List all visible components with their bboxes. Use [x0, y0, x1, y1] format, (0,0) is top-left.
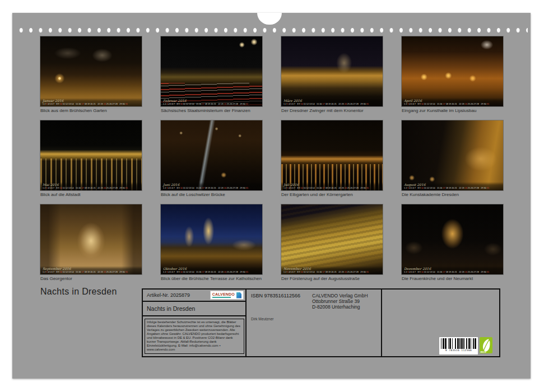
svg-text:eco: eco [481, 350, 487, 353]
mini-calendar-strip: Januar 2016 1234567891011121314151617181… [40, 98, 142, 107]
article-number-row: Artikel-Nr. 2025879 CALVENDO [143, 290, 245, 302]
calvendo-logo: CALVENDO [210, 291, 244, 300]
month-thumbnail: September 2016 1234567891011121314151617… [40, 204, 142, 282]
month-thumbnail-grid: Januar 2016 1234567891011121314151617181… [40, 36, 503, 282]
mini-calendar-month-label: Dezember 2016 [404, 267, 501, 270]
publisher-city: D-82008 Unterhaching [312, 304, 368, 310]
mini-calendar-day-numbers: 1234567891011121314151617181920212223242… [283, 271, 380, 274]
mini-calendar-strip: April 2016 12345678910111213141516171819… [402, 98, 503, 107]
photo-caption: Der Dresdner Zwinger mit dem Kronentor [281, 108, 383, 114]
month-photo: Januar 2016 1234567891011121314151617181… [40, 36, 142, 106]
mini-calendar-strip: März 2016 123456789101112131415161718192… [281, 98, 383, 107]
month-photo: Februar 2016 123456789101112131415161718… [161, 36, 262, 106]
month-photo: Dezember 2016 12345678910111213141516171… [402, 204, 503, 274]
month-photo: Juni 2016 123456789101112131415161718192… [161, 120, 262, 190]
photographer-name: Dirk Meutzner [251, 317, 381, 321]
mini-calendar-strip: Mai 2016 1234567891011121314151617181920… [40, 182, 142, 191]
mini-calendar-strip: August 2016 1234567891011121314151617181… [402, 182, 503, 191]
mini-calendar-month-label: August 2016 [404, 183, 501, 186]
photo-caption: Der Fürstenzug auf der Augustusstraße [281, 276, 383, 282]
mini-calendar-month-label: November 2016 [283, 267, 380, 270]
mini-calendar-day-numbers: 1234567891011121314151617181920212223242… [404, 187, 501, 190]
photo-caption: Blick über die Brühlsche Terrasse zur Ka… [161, 276, 262, 282]
calendar-title: Nachts in Dresden [40, 287, 117, 297]
mini-calendar-month-label: Oktober 2016 [163, 267, 260, 270]
calvendo-logo-text-block: CALVENDO [212, 292, 235, 298]
month-thumbnail: April 2016 12345678910111213141516171819… [402, 36, 503, 114]
mini-calendar-day-numbers: 1234567891011121314151617181920212223242… [404, 271, 501, 274]
month-thumbnail: Mai 2016 1234567891011121314151617181920… [40, 120, 142, 198]
calvendo-calendar-icon [236, 292, 241, 298]
isbn-label: ISBN 9783516112566 [251, 293, 312, 298]
eco-leaf-icon: eco [480, 337, 492, 353]
mini-calendar-day-numbers: 1234567891011121314151617181920212223242… [43, 103, 140, 106]
mini-calendar-day-numbers: 1234567891011121314151617181920212223242… [163, 271, 260, 274]
legal-notice-box: Infolge bestehender Schutzrechte ist es … [145, 319, 244, 354]
mini-calendar-strip: September 2016 1234567891011121314151617… [40, 266, 142, 275]
month-thumbnail: Juni 2016 123456789101112131415161718192… [161, 120, 262, 198]
mini-calendar-month-label: Mai 2016 [43, 183, 140, 186]
photo-caption: Der Elbgarten und der Körnergarten [281, 192, 383, 198]
mini-calendar-month-label: September 2016 [43, 267, 140, 270]
info-box-title-row: Nachts in Dresden [143, 302, 245, 316]
month-thumbnail: Februar 2016 123456789101112131415161718… [161, 36, 262, 114]
mini-calendar-month-label: Juli 2016 [283, 183, 380, 186]
mini-calendar-month-label: Februar 2016 [163, 99, 260, 102]
month-thumbnail: März 2016 123456789101112131415161718192… [281, 36, 383, 114]
mini-calendar-month-label: März 2016 [283, 99, 380, 102]
publisher-name: CALVENDO Verlag GmbH [312, 293, 368, 298]
publisher-street: Ottobrunner Straße 39 [312, 298, 368, 304]
info-box-right-column: 9 783516 112566 eco [382, 290, 499, 356]
month-thumbnail: Oktober 2016 123456789101112131415161718… [161, 204, 262, 282]
photo-caption: Sächsisches Staatsministerium der Finanz… [161, 108, 262, 114]
mini-calendar-strip: Juni 2016 123456789101112131415161718192… [161, 182, 262, 191]
calendar-back-page: Januar 2016 1234567891011121314151617181… [12, 13, 531, 379]
month-photo: September 2016 1234567891011121314151617… [40, 204, 142, 274]
legal-notice-text: Infolge bestehender Schutzrechte ist es … [147, 320, 242, 352]
month-photo: Mai 2016 1234567891011121314151617181920… [40, 120, 142, 190]
mini-calendar-strip: Juli 2016 123456789101112131415161718192… [281, 182, 383, 191]
info-box-left-column: Artikel-Nr. 2025879 CALVENDO Nachts in D… [143, 290, 247, 356]
month-photo: Juli 2016 123456789101112131415161718192… [281, 120, 383, 190]
mini-calendar-month-label: Juni 2016 [163, 183, 260, 186]
month-thumbnail: Januar 2016 1234567891011121314151617181… [40, 36, 142, 114]
photo-caption: Blick auf die Altstadt [40, 192, 142, 198]
month-photo: April 2016 12345678910111213141516171819… [402, 36, 503, 106]
calvendo-logo-tagline-bar [212, 297, 231, 298]
month-photo: November 2016 12345678910111213141516171… [281, 204, 383, 274]
info-box-middle-column: ISBN 9783516112566 CALVENDO Verlag GmbH … [247, 290, 382, 356]
isbn-publisher-row: ISBN 9783516112566 CALVENDO Verlag GmbH … [251, 293, 381, 310]
spiral-binding-holes [16, 27, 528, 33]
mini-calendar-day-numbers: 1234567891011121314151617181920212223242… [283, 187, 380, 190]
mini-calendar-day-numbers: 1234567891011121314151617181920212223242… [283, 103, 380, 106]
photo-caption: Das Georgentor [40, 276, 142, 282]
photo-caption: Eingang zur Kunsthalle im Lipsiusbau [402, 108, 503, 114]
month-thumbnail: Dezember 2016 12345678910111213141516171… [402, 204, 503, 282]
article-number-label: Artikel-Nr. 2025879 [147, 292, 190, 298]
photo-caption: Blick auf die Loschwitzer Brücke [161, 192, 262, 198]
screenshot-root: { "calendar": { "title": "Nachts in Dres… [0, 0, 544, 392]
mini-calendar-month-label: Januar 2016 [43, 99, 140, 102]
mini-calendar-strip: November 2016 12345678910111213141516171… [281, 266, 383, 275]
month-thumbnail: Juli 2016 123456789101112131415161718192… [281, 120, 383, 198]
photo-caption: Die Kunstakademie Dresden [402, 192, 503, 198]
eco-badge: eco [480, 337, 492, 353]
mini-calendar-strip: Februar 2016 123456789101112131415161718… [161, 98, 262, 107]
photo-caption: Blick aus dem Brühlschen Garten [40, 108, 142, 114]
ean-barcode: 9 783516 112566 [439, 337, 478, 354]
barcode-bars [441, 338, 476, 349]
month-thumbnail: November 2016 12345678910111213141516171… [281, 204, 383, 282]
month-photo: März 2016 123456789101112131415161718192… [281, 36, 383, 106]
mini-calendar-strip: Dezember 2016 12345678910111213141516171… [402, 266, 503, 275]
month-photo: August 2016 1234567891011121314151617181… [402, 120, 503, 190]
mini-calendar-day-numbers: 1234567891011121314151617181920212223242… [163, 103, 260, 106]
photo-caption: Die Frauenkirche und der Neumarkt [402, 276, 503, 282]
mini-calendar-day-numbers: 1234567891011121314151617181920212223242… [163, 187, 260, 190]
mini-calendar-month-label: April 2016 [404, 99, 501, 102]
mini-calendar-day-numbers: 1234567891011121314151617181920212223242… [43, 187, 140, 190]
month-thumbnail: August 2016 1234567891011121314151617181… [402, 120, 503, 198]
mini-calendar-day-numbers: 1234567891011121314151617181920212223242… [43, 271, 140, 274]
publisher-info-box: Artikel-Nr. 2025879 CALVENDO Nachts in D… [142, 288, 500, 357]
calvendo-logo-wordmark: CALVENDO [212, 292, 235, 296]
month-photo: Oktober 2016 123456789101112131415161718… [161, 204, 262, 274]
